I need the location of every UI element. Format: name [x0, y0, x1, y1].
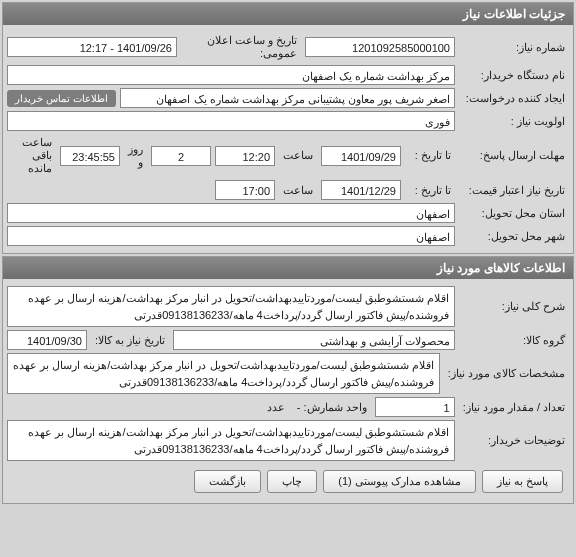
validity-date-field: 1401/12/29 [321, 180, 401, 200]
reply-button[interactable]: پاسخ به نیاز [482, 470, 563, 493]
key-desc-label: شرح کلی نیاز: [459, 298, 569, 315]
need-date-field: 1401/09/30 [7, 330, 87, 350]
count-label: عدد [263, 399, 289, 416]
time-remaining-field: 23:45:55 [60, 146, 120, 166]
qty-field: 1 [375, 397, 455, 417]
goods-group-label: گروه کالا: [459, 332, 569, 349]
creator-field: اصغر شریف پور معاون پشتیبانی مرکز بهداشت… [120, 88, 455, 108]
panel1-header: جزئیات اطلاعات نیاز [3, 3, 573, 25]
time-label-2: ساعت [279, 182, 317, 199]
delivery-city-label: شهر محل تحویل: [459, 228, 569, 245]
buyer-contact-link[interactable]: اطلاعات تماس خریدار [7, 90, 116, 107]
buyer-notes-field: اقلام شستشوطبق لیست/موردتاییدبهداشت/تحوی… [7, 420, 455, 461]
need-date-label: تاریخ نیاز به کالا: [91, 332, 169, 349]
buyer-notes-label: توضیحات خریدار: [459, 432, 569, 449]
until-label: تا تاریخ : [405, 147, 455, 164]
delivery-state-label: استان محل تحویل: [459, 205, 569, 222]
delivery-city-field: اصفهان [7, 226, 455, 246]
validity-until-label: تا تاریخ : [405, 182, 455, 199]
panel1-body: شماره نیاز: 1201092585000100 تاریخ و ساع… [3, 25, 573, 253]
deadline-label: مهلت ارسال پاسخ: [459, 147, 569, 164]
buyer-org-label: نام دستگاه خریدار: [459, 67, 569, 84]
button-row: پاسخ به نیاز مشاهده مدارک پیوستی (1) چاپ… [7, 464, 569, 499]
creator-label: ایجاد کننده درخواست: [459, 90, 569, 107]
deadline-time-field: 12:20 [215, 146, 275, 166]
public-announce-label: تاریخ و ساعت اعلان عمومی: [181, 32, 301, 62]
days-remaining-field: 2 [151, 146, 211, 166]
need-no-field: 1201092585000100 [305, 37, 455, 57]
buyer-org-field: مرکز بهداشت شماره یک اصفهان [7, 65, 455, 85]
days-label: روز و [124, 141, 147, 171]
goods-info-panel: اطلاعات کالاهای مورد نیاز شرح کلی نیاز: … [2, 256, 574, 504]
priority-field: فوری [7, 111, 455, 131]
unit-label: واحد شمارش: - [293, 399, 371, 416]
goods-group-field: محصولات آرایشی و بهداشتی [173, 330, 455, 350]
attachments-button[interactable]: مشاهده مدارک پیوستی (1) [323, 470, 476, 493]
remaining-label: ساعت باقی مانده [7, 134, 56, 177]
goods-spec-label: مشخصات کالای مورد نیاز: [444, 365, 569, 382]
goods-spec-field: اقلام شستشوطبق لیست/موردتاییدبهداشت/تحوی… [7, 353, 440, 394]
need-no-label: شماره نیاز: [459, 39, 569, 56]
validity-time-field: 17:00 [215, 180, 275, 200]
time-label-1: ساعت [279, 147, 317, 164]
need-details-panel: جزئیات اطلاعات نیاز شماره نیاز: 12010925… [2, 2, 574, 254]
public-announce-field: 1401/09/26 - 12:17 [7, 37, 177, 57]
back-button[interactable]: بازگشت [194, 470, 261, 493]
delivery-state-field: اصفهان [7, 203, 455, 223]
print-button[interactable]: چاپ [267, 470, 317, 493]
qty-label: تعداد / مقدار مورد نیاز: [459, 399, 569, 416]
priority-label: اولویت نیاز : [459, 113, 569, 130]
key-desc-field: اقلام شستشوطبق لیست/موردتاییدبهداشت/تحوی… [7, 286, 455, 327]
panel2-body: شرح کلی نیاز: اقلام شستشوطبق لیست/موردتا… [3, 279, 573, 503]
panel2-header: اطلاعات کالاهای مورد نیاز [3, 257, 573, 279]
validity-label: تاریخ نیاز اعتبار قیمت: [459, 182, 569, 199]
deadline-date-field: 1401/09/29 [321, 146, 401, 166]
